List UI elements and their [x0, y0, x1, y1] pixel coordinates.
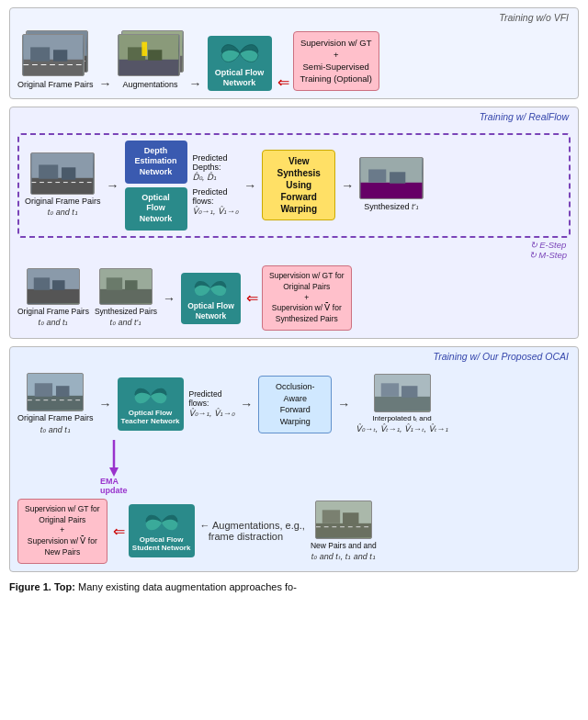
of-network-group-1: Optical FlowNetwork [208, 36, 272, 91]
s3-interp-img [374, 374, 431, 412]
depth-net-box: Depth EstimationNetwork [125, 141, 187, 184]
frame-pairs-label-1: Original Frame Pairs [17, 80, 94, 91]
s2b-arrow-1: → [163, 291, 175, 306]
svg-rect-8 [53, 50, 67, 61]
s3-newpairs-img [315, 501, 372, 539]
s3-newpairs-label: New Pairs and andt₀ and tₜ, t₁ and t₁ [311, 541, 377, 563]
s3-teacher-icon [132, 383, 169, 409]
arrow-1: → [99, 76, 112, 91]
svg-rect-6 [24, 60, 84, 75]
view-synth-label: View Synthesis UsingForward Warping [277, 156, 321, 214]
synth-label: Synthesized t'₁ [364, 201, 419, 213]
view-synth-box: View Synthesis UsingForward Warping [262, 150, 335, 220]
caption-text: Many existing data augmentation approach… [78, 581, 297, 592]
caption-figure: Figure 1. [9, 581, 51, 592]
s3-student-icon [143, 510, 180, 535]
s2b-ofn-label: Optical FlowNetwork [187, 301, 234, 320]
flow-net-box: Optical FlowNetwork [125, 187, 187, 231]
s3-bottom-row: Supervision w/ GT forOriginal Pairs+Supe… [17, 499, 571, 564]
ema-area: EMAupdate [100, 440, 571, 495]
s3-interp-label: Interpolated tₜ andV̂₀→ₜ, V̂ₜ→₁, V̂₁→ₜ, … [356, 414, 448, 435]
svg-rect-37 [28, 396, 83, 410]
section-2-title: Training w/ RealFlow [480, 111, 569, 122]
s3-arrow-3: → [337, 397, 350, 411]
synth-frame-group: Synthesized t'₁ [359, 157, 424, 213]
s3-interp-group: Interpolated tₜ andV̂₀→ₜ, V̂ₜ→₁, V̂₁→ₜ, … [356, 374, 448, 435]
s3-arrow-1: → [99, 397, 112, 411]
section-1: Training w/o VFI [9, 7, 579, 99]
s2-frame-group: Original Frame Pairst₀ and t₁ [25, 152, 101, 219]
svg-rect-50 [343, 512, 358, 524]
figure-caption: Figure 1. Top: Many existing data augmen… [9, 579, 579, 595]
network-stack: Depth EstimationNetwork Optical FlowNetw… [125, 141, 187, 231]
pred-labels: PredictedDepths:D̂₀, D̂₁ Predictedflows:… [193, 153, 239, 217]
aug-frame-front [118, 34, 180, 76]
s3-top-row: Original Frame Pairst₀ and t₁ → Optical … [17, 373, 571, 435]
s3-pred-flows: Predictedflows:V̂₀→₁, V̂₁→₀ [189, 389, 235, 420]
svg-rect-33 [100, 289, 152, 303]
step-labels: ↻ E-Step ↻ M-Step [17, 240, 567, 260]
s3-supervision-box: Supervision w/ GT forOriginal Pairs+Supe… [17, 499, 107, 564]
red-arrow-1: ⇐ [277, 73, 288, 91]
s2b-orig-frames: Original Frame Pairst₀ and t₁ [17, 268, 89, 329]
s2b-ofn-box: Optical FlowNetwork [181, 273, 241, 324]
s2-arrow-3: → [341, 178, 354, 193]
s3-arrow-2: → [240, 397, 253, 411]
svg-rect-27 [390, 173, 405, 184]
svg-rect-17 [148, 50, 162, 60]
s2-arrow-2: → [243, 178, 256, 193]
m-step-label: ↻ M-Step [529, 250, 567, 260]
arrow-2: → [189, 76, 202, 91]
svg-rect-48 [316, 523, 371, 536]
s2b-of-icon [193, 276, 228, 301]
pred-flows-label: Predictedflows:V̂₀→₁, V̂₁→₀ [193, 187, 239, 218]
svg-rect-25 [361, 183, 423, 198]
svg-rect-39 [56, 386, 70, 397]
s3-teacher-group: Optical FlowTeacher Network [118, 377, 184, 431]
s2b-synth-img [99, 268, 153, 305]
s3-student-label: Optical FlowStudent Network [132, 535, 191, 553]
svg-rect-18 [141, 42, 147, 56]
section-3: Training w/ Our Proposed OCAI Original F… [9, 346, 579, 572]
svg-rect-31 [52, 280, 65, 290]
frame-front-1 [22, 34, 85, 76]
s3-teacher-label: Optical FlowTeacher Network [121, 409, 180, 426]
supervision-box-1: Supervision w/ GT+Semi-SupervisedTrainin… [293, 31, 379, 91]
synth-frame-img [359, 157, 424, 199]
s3-frame-img [27, 373, 84, 411]
svg-rect-35 [125, 280, 138, 290]
main-container: Training w/o VFI [0, 0, 588, 601]
s2b-orig-label: Original Frame Pairst₀ and t₁ [17, 307, 89, 329]
svg-rect-38 [35, 384, 52, 398]
svg-rect-7 [30, 47, 50, 61]
augmentations-label: Augmentations [123, 80, 178, 91]
ema-label: EMAupdate [100, 477, 128, 495]
s3-student-group: Optical FlowStudent Network [129, 504, 195, 557]
svg-rect-49 [322, 510, 340, 523]
e-step-label: ↻ E-Step [530, 240, 567, 250]
supervision-text-1: Supervision w/ GT+Semi-SupervisedTrainin… [300, 38, 372, 84]
svg-marker-46 [109, 467, 119, 477]
s3-frame-label: Original Frame Pairst₀ and t₁ [17, 413, 94, 435]
s2-frame-label: Original Frame Pairst₀ and t₁ [25, 197, 101, 219]
svg-rect-42 [375, 397, 430, 411]
svg-rect-43 [380, 383, 398, 397]
s2-frame-img [30, 152, 95, 195]
optical-flow-icon-1 [220, 39, 260, 68]
s3-occlusion-box: Occlusion-AwareForward Warping [258, 376, 332, 433]
frame-group-1: Original Frame Pairs [17, 30, 94, 91]
section-2: Training w/ RealFlow Original Frame Pair… [9, 107, 579, 340]
svg-rect-15 [119, 60, 178, 75]
ema-arrow: EMAupdate [100, 440, 128, 495]
s2b-ofn-group: Optical FlowNetwork [181, 273, 241, 324]
s3-frame-group: Original Frame Pairst₀ and t₁ [17, 373, 94, 435]
pred-depths-label: PredictedDepths:D̂₀, D̂₁ [193, 153, 239, 184]
s2b-synth-frames: Synthesized Pairst₀ and t'₁ [95, 268, 157, 329]
s2b-supervision-box: Supervision w/ GT forOriginal Pairs+Supe… [262, 265, 352, 331]
caption-bold: Top: [54, 581, 75, 592]
s2-bottom-row: Original Frame Pairst₀ and t₁ Synthesize… [17, 265, 571, 331]
svg-rect-34 [107, 277, 122, 290]
svg-rect-44 [401, 386, 417, 398]
s3-red-arrow: ⇐ [113, 523, 123, 540]
s3-student-box: Optical FlowStudent Network [129, 504, 195, 557]
